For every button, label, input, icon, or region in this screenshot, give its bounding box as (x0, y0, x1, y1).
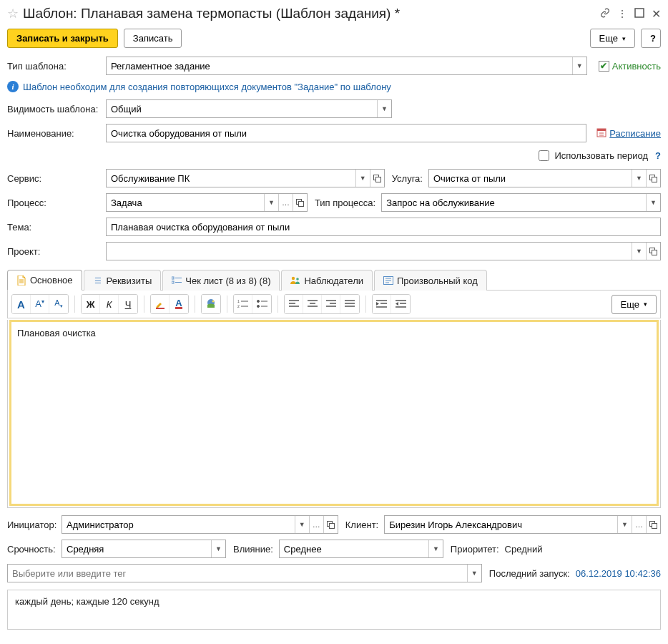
insert-image-button[interactable] (202, 295, 220, 313)
visibility-field: ▼ (106, 99, 392, 118)
close-icon[interactable]: ✕ (652, 7, 661, 21)
impact-dropdown[interactable]: ▼ (428, 540, 443, 557)
client-dropdown[interactable]: ▼ (617, 516, 632, 533)
subject-field (106, 218, 661, 236)
use-period-checkbox[interactable]: Использовать период (536, 148, 648, 163)
process-type-label: Тип процесса: (315, 197, 375, 208)
impact-field: ▼ (279, 540, 443, 558)
project-label: Проект: (7, 246, 102, 257)
font-sub-button[interactable]: A▾ (49, 295, 68, 313)
tab-main[interactable]: Основное (7, 270, 82, 291)
initiator-dropdown[interactable]: ▼ (295, 516, 309, 533)
help-button[interactable]: ? (641, 29, 661, 48)
process-type-dropdown[interactable]: ▼ (646, 194, 660, 211)
indent-button[interactable] (373, 295, 391, 313)
tab-checklist[interactable]: Чек лист (8 из 8) (8) (162, 270, 280, 291)
save-button[interactable]: Записать (124, 29, 182, 48)
urgency-dropdown[interactable]: ▼ (211, 540, 225, 557)
usluga-open-icon[interactable] (646, 170, 660, 187)
tab-observers[interactable]: Наблюдатели (281, 270, 373, 291)
align-center-button[interactable] (303, 295, 322, 313)
usluga-field: ▼ (428, 169, 661, 187)
font-normal-button[interactable]: A (12, 295, 31, 313)
svg-point-33 (257, 301, 259, 303)
process-input[interactable] (107, 194, 264, 211)
name-label: Наименование: (7, 128, 102, 139)
subject-input[interactable] (107, 218, 660, 235)
svg-point-20 (292, 277, 295, 280)
ordered-list-button[interactable]: 12 (234, 295, 252, 313)
tag-input[interactable] (8, 565, 467, 582)
svg-rect-12 (652, 250, 657, 255)
activity-checkbox[interactable]: ✔ Активность (599, 61, 661, 72)
process-open-icon[interactable] (293, 194, 307, 211)
link-icon[interactable] (600, 8, 610, 20)
client-input[interactable] (385, 516, 617, 533)
visibility-label: Видимость шаблона: (7, 104, 102, 114)
svg-rect-6 (375, 177, 380, 182)
usluga-label: Услуга: (392, 173, 423, 184)
underline-button[interactable]: Ч (119, 295, 137, 313)
impact-input[interactable] (280, 540, 428, 557)
maximize-icon[interactable] (634, 8, 644, 20)
unordered-list-button[interactable] (252, 295, 271, 313)
service-input[interactable] (107, 170, 355, 187)
last-run-value: 06.12.2019 10:42:36 (576, 568, 661, 579)
page-title: Шаблон: Планавая замена термопасты (Шабл… (23, 6, 600, 21)
tab-requisites[interactable]: ☰ Реквизиты (84, 270, 162, 291)
svg-rect-10 (298, 201, 303, 206)
visibility-input[interactable] (107, 100, 377, 117)
people-icon (290, 275, 300, 286)
align-left-button[interactable] (285, 295, 303, 313)
impact-label: Влияние: (233, 544, 273, 555)
outdent-button[interactable] (391, 295, 410, 313)
project-dropdown[interactable]: ▼ (632, 243, 646, 260)
tab-code[interactable]: Произвольный код (374, 270, 487, 291)
editor-textarea[interactable]: Плановая очистка (9, 320, 659, 506)
project-open-icon[interactable] (646, 243, 660, 260)
editor-more-button[interactable]: Еще (611, 295, 657, 314)
process-dots-icon[interactable]: … (278, 194, 293, 211)
client-label: Клиент: (345, 519, 378, 530)
project-input[interactable] (107, 243, 632, 260)
service-field: ▼ (106, 169, 385, 187)
bold-button[interactable]: Ж (82, 295, 100, 313)
name-input[interactable] (107, 125, 586, 142)
initiator-open-icon[interactable] (323, 516, 338, 533)
svg-point-21 (297, 278, 300, 280)
highlight-button[interactable] (151, 295, 170, 313)
usluga-dropdown[interactable]: ▼ (632, 170, 646, 187)
urgency-label: Срочность: (7, 544, 57, 555)
template-type-input[interactable] (107, 57, 572, 74)
align-justify-button[interactable] (340, 295, 359, 313)
schedule-link[interactable]: Расписание (596, 127, 661, 140)
process-type-input[interactable] (382, 194, 646, 211)
urgency-input[interactable] (62, 540, 211, 557)
initiator-label: Инициатор: (7, 519, 57, 530)
template-type-dropdown[interactable]: ▼ (572, 57, 586, 74)
italic-button[interactable]: К (100, 295, 119, 313)
tag-dropdown[interactable]: ▼ (467, 565, 481, 582)
client-open-icon[interactable] (646, 516, 660, 533)
project-field: ▼ (106, 242, 661, 260)
process-dropdown[interactable]: ▼ (264, 194, 278, 211)
usluga-input[interactable] (429, 170, 632, 187)
font-small-button[interactable]: A▾ (31, 295, 49, 313)
service-open-icon[interactable] (370, 170, 384, 187)
calendar-icon (596, 127, 606, 140)
initiator-dots-icon[interactable]: … (309, 516, 323, 533)
svg-rect-17 (172, 281, 174, 283)
align-right-button[interactable] (322, 295, 340, 313)
initiator-input[interactable] (62, 516, 295, 533)
svg-rect-56 (329, 523, 334, 528)
font-color-button[interactable]: A (170, 295, 188, 313)
client-dots-icon[interactable]: … (632, 516, 646, 533)
more-button[interactable]: Еще (590, 29, 635, 48)
use-period-help-icon[interactable]: ? (655, 150, 661, 161)
tag-field: ▼ (7, 564, 482, 582)
favorite-star-icon[interactable]: ☆ (7, 6, 19, 21)
service-dropdown[interactable]: ▼ (355, 170, 370, 187)
visibility-dropdown[interactable]: ▼ (377, 100, 391, 117)
kebab-menu-icon[interactable]: ⋮ (617, 8, 627, 19)
save-close-button[interactable]: Записать и закрыть (7, 29, 118, 48)
